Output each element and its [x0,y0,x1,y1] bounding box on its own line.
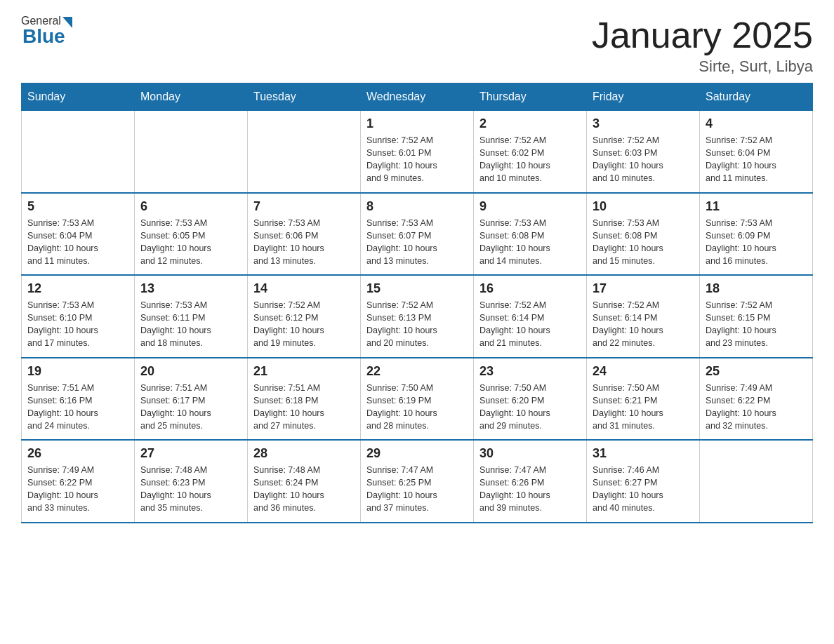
logo-blue-text: Blue [22,25,65,48]
calendar-cell: 8Sunrise: 7:53 AM Sunset: 6:07 PM Daylig… [361,193,474,276]
day-number: 18 [706,281,807,296]
day-number: 11 [706,199,807,214]
day-info: Sunrise: 7:50 AM Sunset: 6:20 PM Dayligh… [479,382,581,433]
day-number: 26 [27,446,128,461]
calendar-cell: 3Sunrise: 7:52 AM Sunset: 6:03 PM Daylig… [587,111,700,193]
calendar-cell: 15Sunrise: 7:52 AM Sunset: 6:13 PM Dayli… [361,275,474,358]
day-info: Sunrise: 7:47 AM Sunset: 6:25 PM Dayligh… [366,464,468,515]
day-info: Sunrise: 7:48 AM Sunset: 6:23 PM Dayligh… [140,464,241,515]
day-info: Sunrise: 7:52 AM Sunset: 6:15 PM Dayligh… [706,299,807,350]
day-number: 24 [593,364,694,379]
day-number: 4 [706,116,807,131]
day-info: Sunrise: 7:53 AM Sunset: 6:08 PM Dayligh… [593,217,694,268]
day-number: 15 [366,281,468,296]
calendar-cell: 24Sunrise: 7:50 AM Sunset: 6:21 PM Dayli… [587,358,700,441]
day-info: Sunrise: 7:53 AM Sunset: 6:08 PM Dayligh… [479,217,581,268]
calendar-week-2: 12Sunrise: 7:53 AM Sunset: 6:10 PM Dayli… [22,275,813,358]
calendar-cell: 1Sunrise: 7:52 AM Sunset: 6:01 PM Daylig… [361,111,474,193]
calendar-cell [22,111,135,193]
weekday-header-monday: Monday [135,83,248,111]
day-number: 22 [366,364,468,379]
day-info: Sunrise: 7:49 AM Sunset: 6:22 PM Dayligh… [706,382,807,433]
calendar-cell: 10Sunrise: 7:53 AM Sunset: 6:08 PM Dayli… [587,193,700,276]
calendar-cell: 12Sunrise: 7:53 AM Sunset: 6:10 PM Dayli… [22,275,135,358]
day-info: Sunrise: 7:52 AM Sunset: 6:14 PM Dayligh… [593,299,694,350]
calendar-cell [248,111,361,193]
calendar-week-3: 19Sunrise: 7:51 AM Sunset: 6:16 PM Dayli… [22,358,813,441]
day-number: 2 [479,116,581,131]
calendar-cell: 18Sunrise: 7:52 AM Sunset: 6:15 PM Dayli… [700,275,813,358]
calendar-cell: 14Sunrise: 7:52 AM Sunset: 6:12 PM Dayli… [248,275,361,358]
calendar-cell: 16Sunrise: 7:52 AM Sunset: 6:14 PM Dayli… [474,275,587,358]
calendar-cell: 4Sunrise: 7:52 AM Sunset: 6:04 PM Daylig… [700,111,813,193]
subtitle: Sirte, Surt, Libya [592,58,813,76]
day-info: Sunrise: 7:51 AM Sunset: 6:16 PM Dayligh… [27,382,128,433]
day-info: Sunrise: 7:52 AM Sunset: 6:04 PM Dayligh… [706,134,807,185]
day-info: Sunrise: 7:52 AM Sunset: 6:02 PM Dayligh… [479,134,581,185]
calendar-cell: 7Sunrise: 7:53 AM Sunset: 6:06 PM Daylig… [248,193,361,276]
weekday-header-row: SundayMondayTuesdayWednesdayThursdayFrid… [22,83,813,111]
day-number: 9 [479,199,581,214]
calendar-cell: 20Sunrise: 7:51 AM Sunset: 6:17 PM Dayli… [135,358,248,441]
calendar-week-1: 5Sunrise: 7:53 AM Sunset: 6:04 PM Daylig… [22,193,813,276]
calendar-cell: 2Sunrise: 7:52 AM Sunset: 6:02 PM Daylig… [474,111,587,193]
title-block: January 2025 Sirte, Surt, Libya [592,14,813,76]
day-info: Sunrise: 7:53 AM Sunset: 6:11 PM Dayligh… [140,299,241,350]
weekday-header-thursday: Thursday [474,83,587,111]
calendar-cell: 17Sunrise: 7:52 AM Sunset: 6:14 PM Dayli… [587,275,700,358]
day-number: 29 [366,446,468,461]
weekday-header-saturday: Saturday [700,83,813,111]
day-number: 5 [27,199,128,214]
calendar-header: SundayMondayTuesdayWednesdayThursdayFrid… [22,83,813,111]
day-info: Sunrise: 7:53 AM Sunset: 6:04 PM Dayligh… [27,217,128,268]
day-info: Sunrise: 7:47 AM Sunset: 6:26 PM Dayligh… [479,464,581,515]
day-info: Sunrise: 7:49 AM Sunset: 6:22 PM Dayligh… [27,464,128,515]
day-info: Sunrise: 7:52 AM Sunset: 6:01 PM Dayligh… [366,134,468,185]
calendar-cell: 19Sunrise: 7:51 AM Sunset: 6:16 PM Dayli… [22,358,135,441]
day-info: Sunrise: 7:52 AM Sunset: 6:13 PM Dayligh… [366,299,468,350]
calendar-cell: 30Sunrise: 7:47 AM Sunset: 6:26 PM Dayli… [474,440,587,523]
day-number: 19 [27,364,128,379]
calendar-table: SundayMondayTuesdayWednesdayThursdayFrid… [21,83,813,523]
calendar-week-0: 1Sunrise: 7:52 AM Sunset: 6:01 PM Daylig… [22,111,813,193]
day-number: 25 [706,364,807,379]
calendar-cell: 22Sunrise: 7:50 AM Sunset: 6:19 PM Dayli… [361,358,474,441]
calendar-cell: 27Sunrise: 7:48 AM Sunset: 6:23 PM Dayli… [135,440,248,523]
day-info: Sunrise: 7:52 AM Sunset: 6:03 PM Dayligh… [593,134,694,185]
calendar-cell: 25Sunrise: 7:49 AM Sunset: 6:22 PM Dayli… [700,358,813,441]
day-number: 13 [140,281,241,296]
day-number: 20 [140,364,241,379]
day-number: 28 [253,446,355,461]
day-info: Sunrise: 7:51 AM Sunset: 6:18 PM Dayligh… [253,382,355,433]
day-number: 12 [27,281,128,296]
calendar-cell: 9Sunrise: 7:53 AM Sunset: 6:08 PM Daylig… [474,193,587,276]
day-info: Sunrise: 7:53 AM Sunset: 6:06 PM Dayligh… [253,217,355,268]
calendar-cell [135,111,248,193]
calendar-cell: 28Sunrise: 7:48 AM Sunset: 6:24 PM Dayli… [248,440,361,523]
day-info: Sunrise: 7:52 AM Sunset: 6:14 PM Dayligh… [479,299,581,350]
calendar-cell: 31Sunrise: 7:46 AM Sunset: 6:27 PM Dayli… [587,440,700,523]
day-number: 10 [593,199,694,214]
day-number: 8 [366,199,468,214]
day-number: 16 [479,281,581,296]
day-info: Sunrise: 7:53 AM Sunset: 6:07 PM Dayligh… [366,217,468,268]
calendar-cell: 21Sunrise: 7:51 AM Sunset: 6:18 PM Dayli… [248,358,361,441]
day-info: Sunrise: 7:50 AM Sunset: 6:21 PM Dayligh… [593,382,694,433]
day-number: 31 [593,446,694,461]
calendar-cell: 13Sunrise: 7:53 AM Sunset: 6:11 PM Dayli… [135,275,248,358]
day-info: Sunrise: 7:48 AM Sunset: 6:24 PM Dayligh… [253,464,355,515]
main-title: January 2025 [592,14,813,56]
calendar-cell: 5Sunrise: 7:53 AM Sunset: 6:04 PM Daylig… [22,193,135,276]
weekday-header-wednesday: Wednesday [361,83,474,111]
day-number: 17 [593,281,694,296]
day-info: Sunrise: 7:53 AM Sunset: 6:09 PM Dayligh… [706,217,807,268]
day-info: Sunrise: 7:50 AM Sunset: 6:19 PM Dayligh… [366,382,468,433]
weekday-header-friday: Friday [587,83,700,111]
calendar-cell: 29Sunrise: 7:47 AM Sunset: 6:25 PM Dayli… [361,440,474,523]
day-info: Sunrise: 7:52 AM Sunset: 6:12 PM Dayligh… [253,299,355,350]
calendar-cell: 11Sunrise: 7:53 AM Sunset: 6:09 PM Dayli… [700,193,813,276]
day-number: 3 [593,116,694,131]
day-info: Sunrise: 7:53 AM Sunset: 6:10 PM Dayligh… [27,299,128,350]
page-header: General Blue January 2025 Sirte, Surt, L… [21,14,813,76]
weekday-header-tuesday: Tuesday [248,83,361,111]
